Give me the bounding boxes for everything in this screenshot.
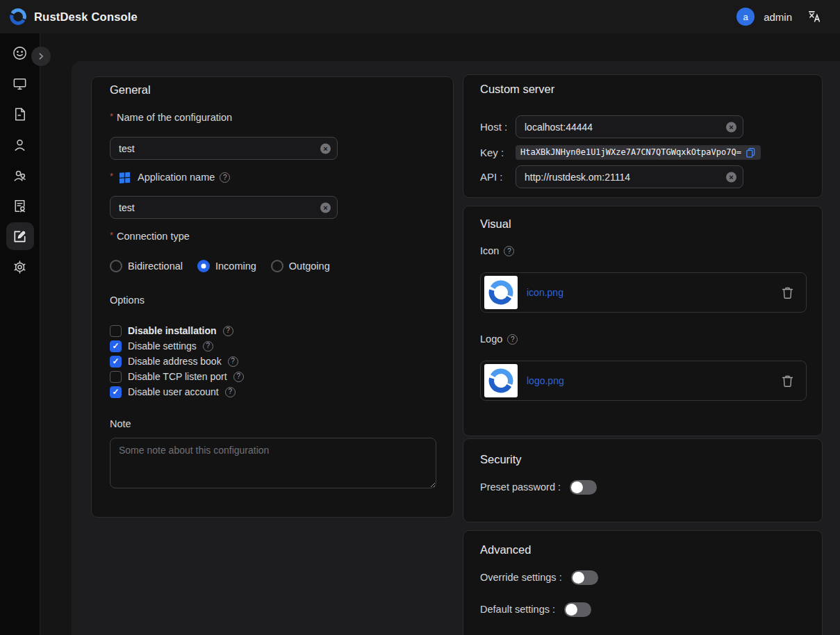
clear-icon[interactable]: × bbox=[726, 122, 736, 132]
advanced-card: Advanced Override settings : Default set… bbox=[463, 530, 823, 635]
host-row: Host : × bbox=[480, 115, 805, 138]
advanced-title: Advanced bbox=[480, 543, 805, 556]
checkbox-icon[interactable] bbox=[110, 325, 122, 337]
sidebar-item-devices[interactable] bbox=[6, 69, 34, 97]
icon-upload-box: icon.png bbox=[480, 272, 807, 313]
config-name-input[interactable] bbox=[110, 137, 338, 160]
smiley-icon bbox=[12, 45, 28, 61]
sidebar-item-settings[interactable] bbox=[6, 253, 34, 281]
rustdesk-logo-icon bbox=[488, 368, 514, 394]
key-label: Key : bbox=[480, 147, 516, 158]
preset-password-label: Preset password : bbox=[480, 481, 561, 493]
security-title: Security bbox=[480, 452, 805, 466]
options-group: Disable installation ? Disable settings … bbox=[110, 323, 435, 399]
default-settings-row: Default settings : bbox=[480, 601, 805, 618]
sidebar-item-users[interactable] bbox=[6, 131, 34, 158]
key-value: HtaXBkJNHyn0e1U1jWXze7A7CN7QTGWqxkOtpaVp… bbox=[516, 145, 761, 160]
audit-log-icon bbox=[12, 198, 28, 214]
chevron-right-icon bbox=[35, 51, 47, 62]
default-settings-label: Default settings : bbox=[480, 604, 555, 615]
checkbox-icon[interactable] bbox=[110, 340, 122, 352]
topbar-right: a admin bbox=[736, 8, 822, 26]
clear-icon[interactable]: × bbox=[320, 202, 331, 213]
help-icon[interactable]: ? bbox=[223, 326, 233, 336]
radio-bidirectional[interactable]: Bidirectional bbox=[110, 260, 183, 272]
options-label: Options bbox=[110, 294, 435, 307]
clear-icon[interactable]: × bbox=[320, 143, 331, 154]
radio-icon[interactable] bbox=[197, 260, 210, 272]
api-label: API : bbox=[480, 171, 516, 183]
help-icon[interactable]: ? bbox=[225, 387, 236, 397]
connection-type-group: Bidirectional Incoming Outgoing bbox=[110, 259, 435, 273]
radio-icon[interactable] bbox=[110, 260, 122, 272]
app-name-field: × bbox=[110, 196, 338, 219]
logo-label: Logo ? bbox=[480, 333, 805, 346]
icon-file-link[interactable]: icon.png bbox=[527, 287, 563, 298]
checkbox-icon[interactable] bbox=[110, 386, 122, 398]
app-name-input[interactable] bbox=[110, 196, 338, 219]
preset-password-toggle[interactable] bbox=[570, 480, 597, 495]
key-row: Key : HtaXBkJNHyn0e1U1jWXze7A7CN7QTGWqxk… bbox=[480, 145, 805, 160]
general-title: General bbox=[110, 83, 435, 97]
settings-icon bbox=[12, 259, 28, 275]
checkbox-icon[interactable] bbox=[110, 356, 122, 368]
translate-icon[interactable] bbox=[807, 9, 822, 24]
visual-title: Visual bbox=[480, 217, 805, 231]
checkbox-icon[interactable] bbox=[110, 371, 122, 383]
checkbox-disable-tcp-listen-port[interactable]: Disable TCP listen port ? bbox=[110, 369, 435, 384]
sidebar-item-home[interactable] bbox=[6, 39, 34, 67]
app-title: RustDesk Console bbox=[34, 10, 138, 24]
checkbox-disable-settings[interactable]: Disable settings ? bbox=[110, 338, 435, 354]
help-icon[interactable]: ? bbox=[228, 356, 238, 367]
rustdesk-logo-icon bbox=[488, 279, 514, 306]
api-input[interactable] bbox=[516, 165, 743, 188]
sidebar-item-sessions[interactable] bbox=[6, 100, 34, 128]
override-settings-toggle[interactable] bbox=[571, 570, 598, 585]
copy-icon[interactable] bbox=[746, 147, 756, 158]
username[interactable]: admin bbox=[764, 11, 792, 23]
api-field: × bbox=[516, 165, 743, 188]
help-icon[interactable]: ? bbox=[203, 341, 213, 352]
delete-logo-button[interactable] bbox=[782, 374, 793, 388]
host-input[interactable] bbox=[516, 115, 743, 138]
help-icon[interactable]: ? bbox=[507, 334, 518, 345]
custom-server-title: Custom server bbox=[480, 82, 805, 96]
clear-icon[interactable]: × bbox=[726, 172, 736, 182]
help-icon[interactable]: ? bbox=[233, 372, 244, 382]
radio-incoming[interactable]: Incoming bbox=[197, 260, 256, 272]
sidebar-item-configurations[interactable] bbox=[6, 222, 34, 250]
host-label: Host : bbox=[480, 121, 516, 133]
config-name-label: * Name of the configuration bbox=[110, 111, 435, 124]
help-icon[interactable]: ? bbox=[504, 246, 514, 256]
logo-thumbnail bbox=[484, 364, 518, 397]
override-settings-row: Override settings : bbox=[480, 569, 805, 586]
connection-type-label: * Connection type bbox=[110, 230, 435, 243]
sidebar-collapse-button[interactable] bbox=[31, 47, 51, 66]
config-name-field: × bbox=[110, 137, 338, 160]
help-icon[interactable]: ? bbox=[220, 172, 230, 183]
note-textarea[interactable] bbox=[110, 438, 436, 488]
logo-file-link[interactable]: logo.png bbox=[527, 375, 564, 386]
windows-logo-icon bbox=[119, 172, 131, 183]
checkbox-disable-installation[interactable]: Disable installation ? bbox=[110, 323, 435, 338]
required-asterisk: * bbox=[110, 110, 113, 123]
override-settings-label: Override settings : bbox=[480, 572, 562, 583]
required-asterisk: * bbox=[110, 170, 113, 183]
checkbox-disable-user-account[interactable]: Disable user account ? bbox=[110, 384, 435, 399]
general-card: General * Name of the configuration × * … bbox=[91, 76, 454, 518]
users-icon bbox=[12, 167, 28, 183]
sidebar bbox=[0, 33, 40, 635]
topbar: RustDesk Console a admin bbox=[0, 0, 840, 33]
monitor-icon bbox=[12, 76, 28, 92]
custom-server-card: Custom server Host : × Key : HtaXBkJNHyn… bbox=[463, 74, 823, 198]
delete-icon-button[interactable] bbox=[782, 286, 793, 299]
avatar[interactable]: a bbox=[736, 8, 755, 26]
checkbox-disable-address-book[interactable]: Disable address book ? bbox=[110, 354, 435, 369]
edit-icon bbox=[12, 229, 28, 245]
radio-icon[interactable] bbox=[271, 260, 283, 272]
default-settings-toggle[interactable] bbox=[564, 602, 591, 617]
sidebar-item-groups[interactable] bbox=[6, 161, 34, 189]
radio-outgoing[interactable]: Outgoing bbox=[271, 260, 330, 272]
sidebar-item-audit[interactable] bbox=[6, 192, 34, 220]
icon-thumbnail bbox=[484, 276, 518, 309]
